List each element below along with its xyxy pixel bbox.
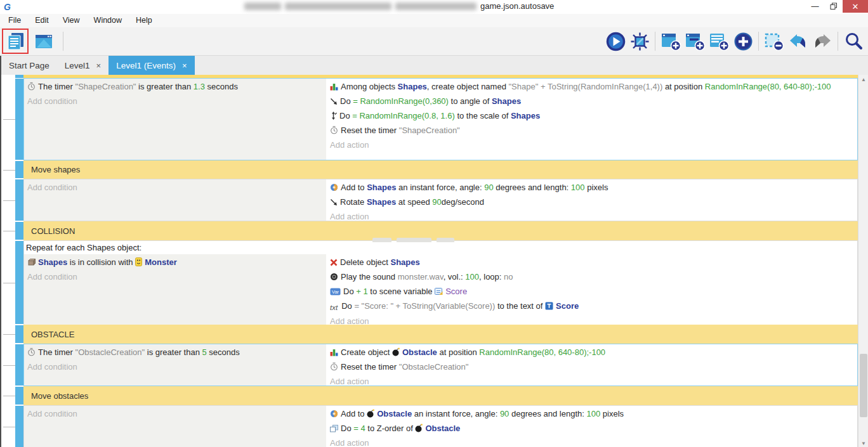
tab-level1[interactable]: Level1 × [57, 56, 109, 75]
event-handle[interactable] [15, 344, 23, 385]
menu-file[interactable]: File [1, 14, 28, 27]
fold-tick[interactable] [3, 170, 15, 171]
event-handle[interactable] [15, 325, 23, 343]
drag-handle-marks [372, 238, 454, 242]
add-event-icon[interactable] [660, 30, 681, 52]
text-segment: Play the sound [341, 272, 398, 282]
object-link[interactable]: Shapes [38, 257, 67, 267]
fold-tick[interactable] [3, 396, 15, 396]
text-segment: an instant force, angle: [396, 183, 484, 192]
object-link[interactable]: Shapes [367, 183, 396, 192]
add-condition[interactable]: Add condition [27, 407, 324, 420]
foreach-columns: Shapes is in collision with MonsterAdd c… [24, 254, 857, 329]
tab-start-page[interactable]: Start Page [1, 56, 57, 75]
action-line[interactable]: txtDo = "Score: " + ToString(Variable(Sc… [330, 299, 841, 314]
fold-tick[interactable] [3, 334, 15, 335]
action-line[interactable]: VarDo + 1 to scene variable Score [330, 285, 841, 299]
menu-help[interactable]: Help [129, 14, 159, 27]
add-subevent-icon[interactable] [684, 30, 706, 52]
minimize-button[interactable]: — [806, 0, 824, 13]
remove-selection-icon[interactable] [763, 30, 785, 52]
menu-view[interactable]: View [56, 14, 87, 27]
restore-button[interactable] [824, 0, 843, 13]
add-condition[interactable]: Add condition [27, 360, 324, 373]
tab-close-icon[interactable]: × [96, 61, 102, 70]
text-segment: Delete object [340, 257, 391, 267]
action-line[interactable]: Add to Obstacle an instant force, angle:… [330, 407, 841, 422]
close-button[interactable]: ✕ [843, 0, 868, 13]
action-line[interactable]: Delete object Shapes [330, 256, 841, 270]
search-icon[interactable] [843, 30, 864, 52]
object-link[interactable]: Obstacle [377, 409, 412, 418]
action-line[interactable]: Do = RandomInRange(0,360) to angle of Sh… [330, 94, 841, 109]
action-line[interactable]: Do = 4 to Z-order of Obstacle [330, 422, 841, 436]
vertical-scrollbar[interactable]: ▲ ▼ [858, 75, 868, 447]
scene-editor-icon[interactable] [33, 30, 55, 52]
text-segment: Reset the timer [341, 362, 399, 372]
fold-tick[interactable] [3, 231, 15, 231]
undo-icon[interactable] [787, 30, 809, 52]
action-line[interactable]: Play the sound monster.wav, vol.: 100, l… [330, 270, 841, 285]
action-line[interactable]: Reset the timer "ShapeCreation" [330, 124, 841, 138]
add-condition[interactable]: Add condition [27, 94, 324, 108]
fold-tick[interactable] [3, 200, 15, 201]
scrollbar-thumb[interactable] [860, 354, 867, 417]
actions-column: Delete object ShapesPlay the sound monst… [326, 254, 857, 329]
action-line[interactable]: Add to Shapes an instant force, angle: 9… [330, 181, 841, 195]
text-segment: Among objects [341, 82, 398, 91]
preview-play-icon[interactable] [605, 30, 626, 52]
add-comment-icon[interactable] [708, 30, 730, 52]
foreach-body: Repeat for each Shapes object:Shapes is … [23, 240, 858, 325]
fold-tick[interactable] [3, 283, 15, 283]
fold-tick[interactable] [3, 427, 15, 427]
object-link[interactable]: Monster [145, 257, 177, 267]
action-line[interactable]: Rotate Shapes at speed 90deg/second [330, 195, 841, 210]
events-editor-icon[interactable] [5, 30, 27, 52]
action-line[interactable]: Among objects Shapes, create object name… [330, 80, 841, 94]
scroll-down-icon[interactable]: ▼ [858, 439, 868, 447]
add-action[interactable]: Add action [330, 436, 841, 447]
foreach-header[interactable]: Repeat for each Shapes object: [24, 241, 857, 254]
action-line[interactable]: Do = RandomInRange(0.8, 1.6) to the scal… [330, 109, 841, 124]
menu-window[interactable]: Window [87, 14, 129, 27]
add-condition[interactable]: Add condition [27, 270, 324, 283]
condition-line[interactable]: Shapes is in collision with Monster [27, 256, 324, 270]
event-handle[interactable] [15, 387, 23, 405]
event-handle[interactable] [15, 79, 23, 160]
add-condition[interactable]: Add condition [27, 181, 324, 194]
variable-link[interactable]: Score [445, 287, 467, 296]
object-link[interactable]: Shapes [492, 96, 521, 106]
comment-text[interactable]: Move shapes [23, 160, 858, 179]
event-handle[interactable] [15, 241, 23, 324]
scroll-up-icon[interactable]: ▲ [858, 75, 868, 84]
tab-level1-events[interactable]: Level1 (Events) × [109, 56, 194, 75]
event-handle[interactable] [15, 406, 23, 447]
condition-line[interactable]: The timer "ShapeCreation" is greater tha… [27, 80, 324, 94]
menu-edit[interactable]: Edit [28, 14, 56, 27]
fold-tick[interactable] [3, 365, 15, 366]
add-more-icon[interactable] [732, 30, 754, 52]
tab-close-icon[interactable]: × [182, 61, 187, 70]
event-handle[interactable] [15, 179, 23, 221]
object-link[interactable]: Obstacle [402, 347, 437, 357]
comment-text[interactable]: OBSTACLE [23, 325, 858, 344]
fold-tick[interactable] [3, 119, 15, 120]
debug-icon[interactable] [629, 30, 650, 52]
action-line[interactable]: Reset the timer "ObstacleCreation" [330, 360, 841, 375]
object-link[interactable]: Shapes [511, 111, 540, 120]
event-handle[interactable] [15, 161, 23, 178]
object-link[interactable]: Shapes [398, 82, 427, 91]
object-link[interactable]: Score [556, 301, 579, 311]
text-segment: Rotate [340, 197, 367, 207]
object-link[interactable]: Shapes [367, 197, 396, 207]
object-link[interactable]: Shapes [391, 257, 420, 267]
comment-text[interactable]: Move obstacles [23, 386, 858, 405]
text-segment: Do [341, 301, 354, 311]
condition-line[interactable]: The timer "ObstacleCreation" is greater … [27, 346, 324, 360]
object-link[interactable]: Obstacle [425, 424, 460, 433]
text-segment: Do [341, 424, 353, 433]
action-line[interactable]: Create object Obstacle at position Rando… [330, 346, 841, 360]
event-handle[interactable] [15, 222, 23, 240]
add-action[interactable]: Add action [330, 138, 841, 152]
redo-icon[interactable] [812, 30, 833, 52]
